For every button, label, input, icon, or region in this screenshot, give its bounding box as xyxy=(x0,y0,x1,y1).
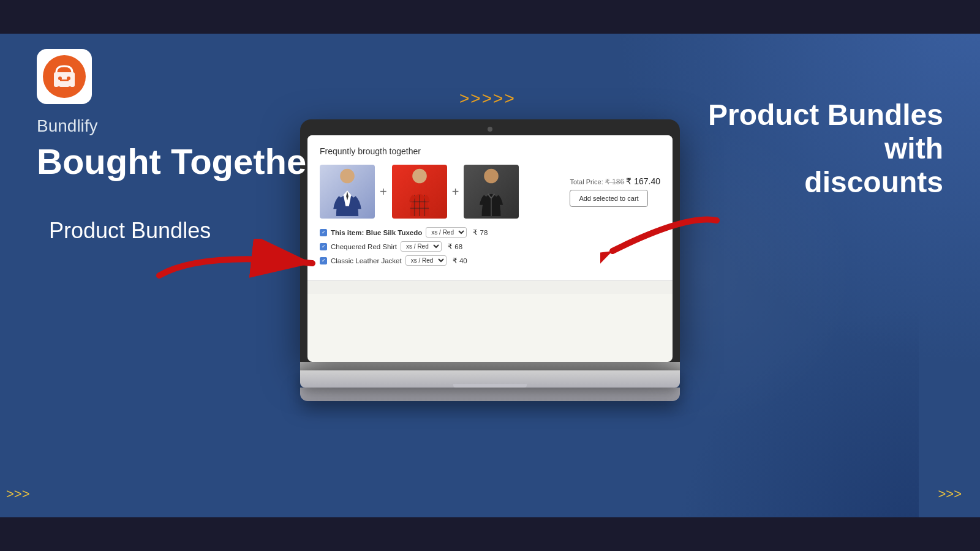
product-image-1 xyxy=(320,165,375,219)
logo-box xyxy=(37,49,92,104)
main-title: Bought Together xyxy=(37,142,320,181)
product-image-2 xyxy=(392,165,447,219)
price-section: Total Price: ₹ 186 ₹ 167.40 Add selected… xyxy=(570,176,660,207)
bg-decoration-2 xyxy=(674,306,919,551)
svg-point-9 xyxy=(340,169,355,184)
size-select-3[interactable]: xs / Red xyxy=(405,255,447,266)
person-2-icon xyxy=(398,167,441,216)
checkbox-1[interactable] xyxy=(320,229,327,236)
laptop-camera xyxy=(488,127,492,132)
svg-point-5 xyxy=(57,86,61,90)
item-price-2: ₹ 68 xyxy=(448,242,462,251)
item-price-1: ₹ 78 xyxy=(473,228,488,237)
brand-name: Bundlify xyxy=(37,116,320,136)
person-1-icon xyxy=(326,167,369,216)
original-price: ₹ 186 xyxy=(605,178,624,186)
product-image-3 xyxy=(464,165,519,219)
svg-point-6 xyxy=(68,86,72,90)
total-price-label: Total Price: ₹ 186 ₹ 167.40 xyxy=(570,176,660,186)
item-name-2: Chequered Red Shirt xyxy=(331,243,397,250)
right-panel: Product Bundles with discounts xyxy=(698,98,943,200)
screen-bottom-strip xyxy=(307,280,673,294)
size-select-2[interactable]: xs / Red xyxy=(401,241,442,252)
laptop-bottom-base xyxy=(300,388,680,401)
bottom-bar xyxy=(0,517,980,551)
svg-point-17 xyxy=(484,169,499,184)
left-panel: Bundlify Bought Together Product Bundles xyxy=(37,49,320,244)
add-to-cart-button[interactable]: Add selected to cart xyxy=(570,190,647,207)
size-select-1[interactable]: xs / Red xyxy=(426,227,467,238)
item-name-3: Classic Leather Jacket xyxy=(331,257,402,264)
plus-sign-2: + xyxy=(452,185,459,199)
red-arrow-right xyxy=(600,208,723,269)
screen-title: Frequntly brougth together xyxy=(320,146,660,156)
top-bar xyxy=(0,0,980,34)
bundlify-logo-icon xyxy=(43,55,86,98)
chevrons-bottom-left: >>> xyxy=(6,486,30,502)
right-panel-title: Product Bundles with discounts xyxy=(698,98,943,200)
chevrons-center: >>>>> xyxy=(459,89,516,108)
person-3-icon xyxy=(470,167,513,216)
discounted-price: ₹ 167.40 xyxy=(626,176,660,186)
laptop-base xyxy=(300,370,680,388)
red-arrow-left xyxy=(153,239,325,288)
item-price-3: ₹ 40 xyxy=(453,257,467,265)
item-name-1: This item: Blue Silk Tuxedo xyxy=(331,229,422,236)
plus-sign-1: + xyxy=(380,185,387,199)
laptop-hinge xyxy=(300,362,680,370)
chevrons-bottom-right: >>> xyxy=(938,486,962,502)
svg-point-11 xyxy=(412,169,427,184)
